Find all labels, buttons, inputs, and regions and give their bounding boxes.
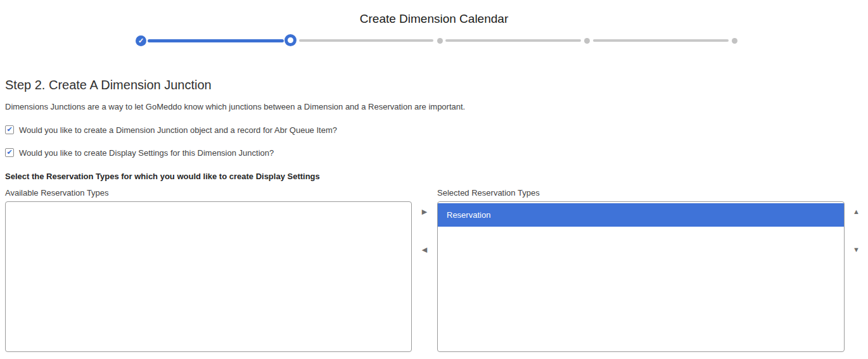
checkmark-icon: ✔ [6,149,12,156]
dimension-junction-checkbox-label: Would you like to create a Dimension Jun… [19,125,337,135]
dual-listbox: Available Reservation Types Selected Res… [5,188,863,352]
checkbox-row-display-settings: ✔ Would you like to create Display Setti… [5,148,863,158]
step-5-indicator-upcoming[interactable] [732,38,737,44]
checkbox-row-dimension-junction: ✔ Would you like to create a Dimension J… [5,125,863,135]
move-right-button[interactable]: ▶ [422,206,427,217]
display-settings-checkbox[interactable]: ✔ [5,148,14,157]
step-1-indicator-completed[interactable]: ✓ [136,35,146,46]
dimension-junction-checkbox[interactable]: ✔ [5,125,14,134]
step-connector-inactive [445,39,581,42]
display-settings-checkbox-label: Would you like to create Display Setting… [19,148,274,158]
available-reservation-list[interactable] [5,201,412,352]
step-connector-inactive [299,39,433,42]
step-connector-active [148,39,284,42]
list-item[interactable]: Reservation [438,203,844,227]
step-check-icon: ✓ [138,37,144,44]
selected-reservation-list[interactable]: Reservation [437,201,845,352]
select-reservation-types-label: Select the Reservation Types for which y… [5,172,863,181]
page-title: Create Dimension Calendar [0,12,868,26]
checkmark-icon: ✔ [6,126,12,133]
move-arrows: ▶ ◀ [412,201,437,352]
move-left-button[interactable]: ◀ [422,244,427,255]
step-description: Dimensions Junctions are a way to let Go… [5,102,863,111]
step-3-indicator-upcoming[interactable] [437,38,443,44]
selected-list-label: Selected Reservation Types [437,188,845,201]
available-list-label: Available Reservation Types [5,188,412,201]
move-down-button[interactable]: ▼ [853,244,860,255]
step-4-indicator-upcoming[interactable] [584,38,590,44]
step-heading: Step 2. Create A Dimension Junction [5,78,863,92]
reorder-arrows: ▲ ▼ [845,201,868,352]
step-2-indicator-current[interactable] [284,34,297,46]
wizard-stepper: ✓ [0,32,868,49]
step-connector-inactive [593,39,729,42]
move-up-button[interactable]: ▲ [853,206,860,217]
